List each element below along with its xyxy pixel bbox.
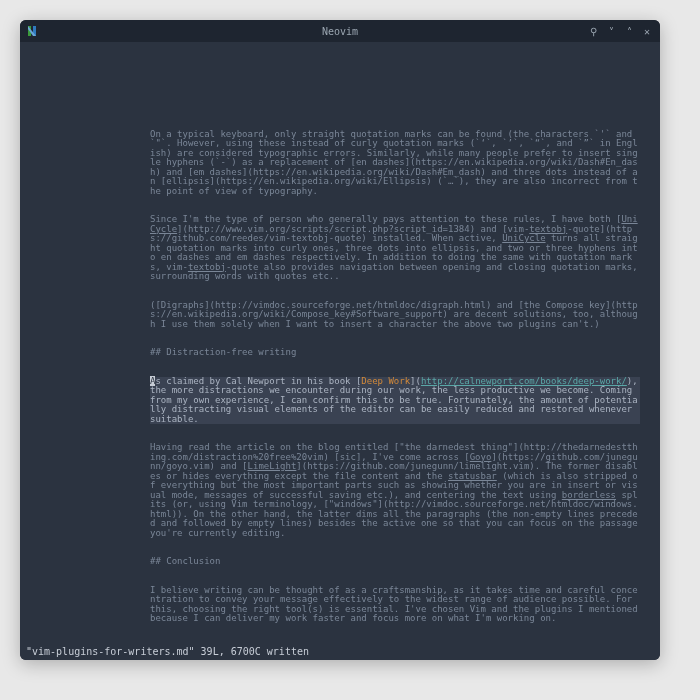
highlighted-paragraph: As claimed by Cal Newport in his book [D… <box>150 377 640 425</box>
heading: ## Distraction-free writing <box>150 348 640 358</box>
heading: ## Conclusion <box>150 557 640 567</box>
maximize-icon[interactable]: ˄ <box>622 24 636 38</box>
link-text: textobj <box>188 262 226 272</box>
link-text: textobj <box>529 224 567 234</box>
link-text: borderless <box>562 490 616 500</box>
link-text: Goyo <box>470 452 492 462</box>
link-text: Deep Work <box>361 376 410 386</box>
close-icon[interactable]: ✕ <box>640 24 654 38</box>
gutter <box>20 42 150 642</box>
status-message: "vim-plugins-for-writers.md" 39L, 6700C … <box>26 646 309 657</box>
link-text: UniCycle <box>502 233 545 243</box>
app-window: Neovim ⚲ ˅ ˄ ✕ On a typical keyboard, on… <box>20 20 660 660</box>
paragraph: Having read the article on the blog enti… <box>150 443 640 538</box>
paragraph: On a typical keyboard, only straight quo… <box>150 130 640 197</box>
pin-icon[interactable]: ⚲ <box>586 24 600 38</box>
titlebar: Neovim ⚲ ˅ ˄ ✕ <box>20 20 660 42</box>
link-text: LimeLight <box>248 461 297 471</box>
minimize-icon[interactable]: ˅ <box>604 24 618 38</box>
paragraph: ([Digraphs](http://vimdoc.sourceforge.ne… <box>150 301 640 330</box>
buffer-text[interactable]: On a typical keyboard, only straight quo… <box>150 120 640 642</box>
url: http://calnewport.com/books/deep-work/ <box>421 376 627 386</box>
editor-viewport[interactable]: On a typical keyboard, only straight quo… <box>20 42 660 642</box>
window-title: Neovim <box>20 26 660 37</box>
statusline: "vim-plugins-for-writers.md" 39L, 6700C … <box>20 642 660 660</box>
link-text: statusbar <box>448 471 497 481</box>
paragraph: I believe writing can be thought of as a… <box>150 586 640 624</box>
paragraph: Since I'm the type of person who general… <box>150 215 640 282</box>
neovim-logo-icon <box>26 25 38 37</box>
